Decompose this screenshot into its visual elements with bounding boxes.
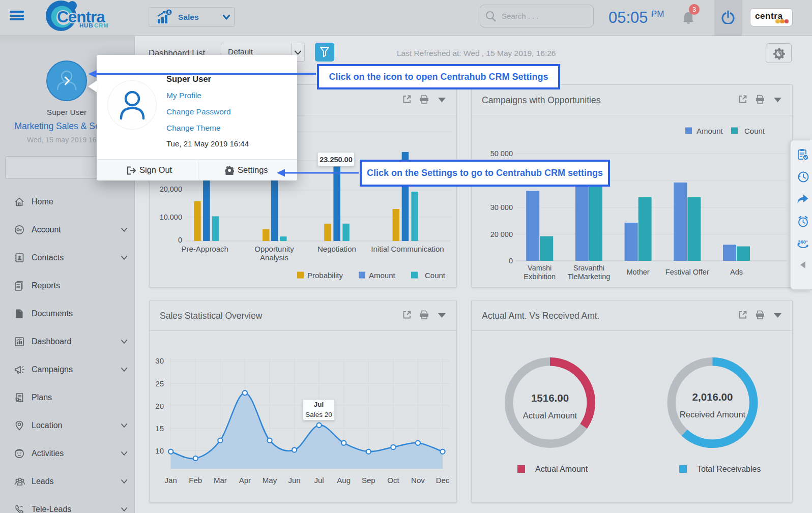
svg-text:HUB: HUB	[79, 22, 93, 28]
svg-text:CRM: CRM	[94, 22, 109, 28]
svg-text:$: $	[167, 10, 170, 15]
